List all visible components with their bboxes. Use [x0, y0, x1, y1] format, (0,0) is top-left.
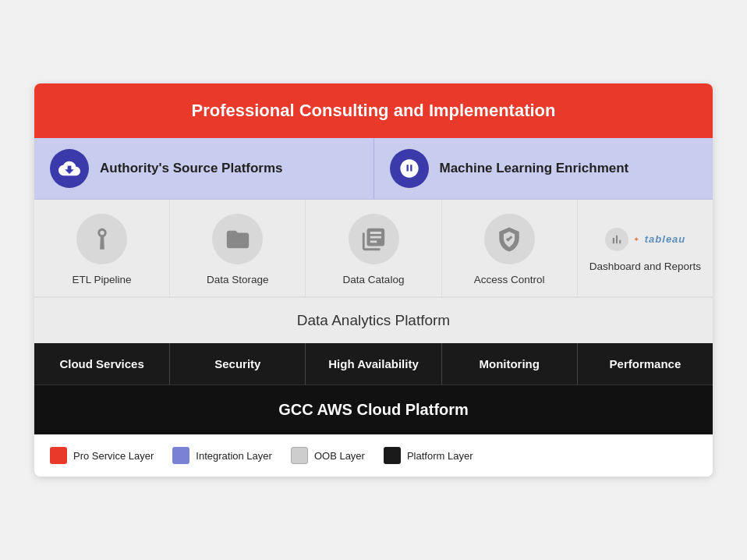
etl-pipeline-cell: ETL Pipeline: [34, 200, 170, 296]
access-control-cell: Access Control: [442, 200, 578, 296]
data-storage-cell: Data Storage: [170, 200, 306, 296]
legend-label-pro: Pro Service Layer: [73, 450, 154, 462]
data-catalog-label: Data Catalog: [343, 274, 405, 285]
legend-label-oob: OOB Layer: [314, 450, 365, 462]
security-cell: Security: [170, 343, 306, 385]
tableau-icon-area: + tableau: [605, 228, 686, 251]
tableau-row-icons: + tableau: [605, 228, 686, 251]
authority-source-label: Authority's Source Platforms: [100, 161, 283, 176]
dashboard-reports-cell: + tableau Dashboard and Reports: [578, 200, 713, 296]
authority-source-icon: [50, 149, 89, 188]
access-control-label: Access Control: [474, 274, 545, 285]
chart-icon: [605, 228, 628, 251]
tableau-text: tableau: [645, 233, 686, 245]
tableau-plus: +: [635, 236, 639, 243]
ml-enrichment-label: Machine Learning Enrichment: [440, 161, 629, 176]
monitoring-cell: Monitoring: [442, 343, 578, 385]
data-catalog-icon: [349, 214, 399, 264]
legend-color-oob: [291, 447, 308, 464]
dashboard-reports-label: Dashboard and Reports: [589, 261, 701, 272]
access-control-icon: [484, 214, 535, 264]
legend-oob: OOB Layer: [291, 447, 365, 464]
data-storage-label: Data Storage: [207, 274, 269, 285]
ml-enrichment-icon: [390, 149, 429, 188]
ml-enrichment-cell: Machine Learning Enrichment: [374, 138, 713, 199]
authority-source-cell: Authority's Source Platforms: [34, 138, 374, 199]
legend-label-integration: Integration Layer: [196, 450, 272, 462]
legend-row: Pro Service Layer Integration Layer OOB …: [34, 434, 713, 477]
legend-label-platform: Platform Layer: [407, 450, 473, 462]
legend-platform: Platform Layer: [384, 447, 473, 464]
data-catalog-cell: Data Catalog: [306, 200, 441, 296]
aws-banner: GCC AWS Cloud Platform: [34, 385, 713, 434]
oob-row: ETL Pipeline Data Storage Data Catalog: [34, 200, 713, 297]
cloud-services-cell: Cloud Services: [34, 343, 170, 385]
platform-row: Cloud Services Security High Availabilit…: [34, 343, 713, 385]
integration-row: Authority's Source Platforms Machine Lea…: [34, 138, 713, 200]
legend-color-platform: [384, 447, 401, 464]
data-analytics-label: Data Analytics Platform: [34, 297, 713, 343]
legend-integration: Integration Layer: [172, 447, 272, 464]
svg-point-1: [411, 162, 412, 164]
performance-cell: Performance: [578, 343, 713, 385]
legend-pro-service: Pro Service Layer: [50, 447, 154, 464]
pro-consulting-banner: Professional Consulting and Implementati…: [34, 83, 713, 138]
etl-pipeline-icon: [76, 214, 127, 264]
svg-point-0: [405, 162, 407, 164]
legend-color-pro: [50, 447, 67, 464]
data-storage-icon: [212, 214, 263, 264]
high-availability-cell: High Availability: [306, 343, 441, 385]
legend-color-integration: [172, 447, 189, 464]
etl-pipeline-label: ETL Pipeline: [73, 274, 132, 285]
main-container: Professional Consulting and Implementati…: [34, 83, 713, 477]
